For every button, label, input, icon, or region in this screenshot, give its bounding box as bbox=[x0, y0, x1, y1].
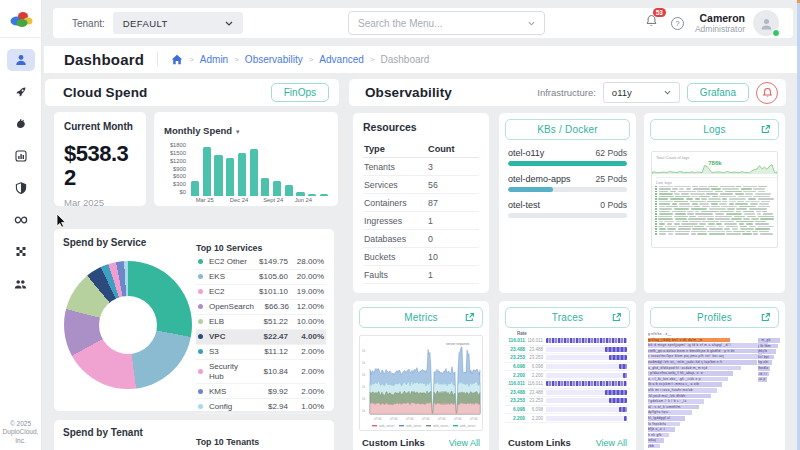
service-row[interactable]: KMS $9.92 2.00% bbox=[196, 384, 326, 399]
resource-row: Services56 bbox=[363, 176, 479, 194]
logs-header[interactable]: Logs bbox=[650, 119, 779, 140]
trace-row[interactable]: 2.2002.200 bbox=[505, 414, 630, 423]
view-all-link[interactable]: View All bbox=[449, 438, 480, 448]
flame-row: o. i:/_bi_lon obo_ .gfi _ickk e p bbox=[648, 377, 728, 382]
profiles-title: Profiles bbox=[697, 312, 732, 323]
service-row[interactable]: S3 $11.12 2.00% bbox=[196, 345, 326, 360]
trace-row[interactable]: 116.011116.011 bbox=[505, 337, 630, 346]
service-name: Config bbox=[209, 402, 252, 412]
sidebar-item-monitoring[interactable] bbox=[7, 145, 35, 167]
trace-row[interactable]: 6.0986.098 bbox=[505, 363, 630, 372]
service-value: $149.75 bbox=[252, 257, 288, 266]
svg-text:1k: 1k bbox=[362, 397, 366, 401]
spend-by-service-donut-chart[interactable] bbox=[64, 261, 192, 389]
trace-rate-secondary: 116.011 bbox=[525, 338, 543, 343]
open-link-icon[interactable] bbox=[760, 124, 771, 135]
trace-row[interactable]: 6.0986.098 bbox=[505, 406, 630, 415]
flame-row: jbkj/b bbox=[758, 349, 776, 354]
trace-row[interactable]: 23.25323.253 bbox=[505, 354, 630, 363]
kb-item[interactable]: otel-demo-apps25 Pods bbox=[508, 174, 627, 192]
trace-rate-secondary: 6.098 bbox=[525, 407, 543, 412]
sidebar-item-integrations[interactable] bbox=[7, 113, 35, 135]
sidebar-item-security[interactable] bbox=[7, 177, 35, 199]
svg-text:07:00: 07:00 bbox=[406, 417, 414, 421]
svg-text:1k: 1k bbox=[362, 349, 366, 353]
home-icon[interactable] bbox=[171, 54, 183, 65]
traces-header[interactable]: Traces bbox=[505, 307, 630, 328]
sidebar-item-observability[interactable] bbox=[7, 241, 35, 263]
service-percent: 10.00% bbox=[288, 317, 324, 326]
trace-row[interactable]: 23.48823.488 bbox=[505, 346, 630, 355]
infinity-icon bbox=[14, 214, 28, 226]
breadcrumb-link-admin[interactable]: Admin bbox=[200, 54, 228, 65]
open-link-icon[interactable] bbox=[760, 312, 771, 323]
open-link-icon[interactable] bbox=[611, 312, 622, 323]
open-link-icon[interactable] bbox=[464, 312, 475, 323]
breadcrumb-link-observability[interactable]: Observability bbox=[245, 54, 303, 65]
service-row[interactable]: EC2 Other $149.75 28.00% bbox=[196, 255, 326, 270]
service-row[interactable]: Config $2.94 1.00% bbox=[196, 399, 326, 414]
trace-row[interactable]: 2.2002.200 bbox=[505, 371, 630, 380]
kb-item[interactable]: otel-test0 Pods bbox=[508, 200, 627, 218]
svg-text:07:00: 07:00 bbox=[454, 417, 462, 421]
service-row[interactable]: EC2 $101.10 19.00% bbox=[196, 285, 326, 300]
alerts-button[interactable] bbox=[756, 82, 778, 104]
breadcrumb-link-advanced[interactable]: Advanced bbox=[319, 54, 363, 65]
traces-preview[interactable]: Rate 116.011116.01123.48823.48823.25323.… bbox=[505, 331, 630, 423]
trace-row[interactable]: 23.48823.488 bbox=[505, 389, 630, 398]
help-button[interactable]: ? bbox=[671, 17, 684, 30]
metrics-header[interactable]: Metrics bbox=[359, 307, 483, 328]
finops-button[interactable]: FinOps bbox=[271, 83, 329, 102]
service-name: KMS bbox=[209, 387, 252, 397]
user-info[interactable]: Cameron Administrator bbox=[695, 12, 745, 34]
kbs-docker-card: KBs / Docker otel-o11y62 Pods otel-demo-… bbox=[498, 112, 637, 294]
service-row[interactable]: Security Hub $10.84 2.00% bbox=[196, 360, 326, 385]
series-color-dot bbox=[198, 369, 203, 374]
view-all-link[interactable]: View All bbox=[596, 438, 627, 448]
current-month-amount: $538.32 bbox=[64, 142, 136, 190]
sidebar-item-devops[interactable] bbox=[7, 81, 35, 103]
trace-row[interactable]: 23.25323.253 bbox=[505, 397, 630, 406]
top-services-list: Top 10 Services EC2 Other $149.75 28.00%… bbox=[196, 243, 326, 414]
sidebar-item-cicd[interactable] bbox=[7, 209, 35, 231]
duplocloud-logo[interactable] bbox=[8, 9, 34, 29]
topbar: Tenant: DEFAULT Search the Menu... 53 ? … bbox=[53, 8, 793, 38]
tenant-select[interactable]: DEFAULT bbox=[113, 12, 243, 34]
service-row[interactable]: VPC $22.47 4.00% bbox=[196, 330, 326, 345]
svg-text:1k: 1k bbox=[362, 385, 366, 389]
service-row[interactable]: ELB $51.22 10.00% bbox=[196, 315, 326, 330]
logs-preview[interactable]: Total Count of logs 786k Live logs bbox=[651, 151, 778, 248]
bar bbox=[238, 153, 246, 196]
chevron-down-icon bbox=[225, 21, 233, 26]
bar bbox=[250, 149, 258, 196]
svg-text:web_server: web_server bbox=[433, 424, 449, 428]
flame-row: lhedlo bbox=[758, 366, 770, 371]
y-tick: $300 bbox=[173, 182, 186, 188]
series-color-dot bbox=[198, 304, 203, 309]
current-month-period: Mar 2025 bbox=[64, 197, 136, 208]
kbs-docker-header[interactable]: KBs / Docker bbox=[505, 119, 630, 140]
notifications-button[interactable]: 53 bbox=[645, 14, 658, 32]
trace-rate: 6.098 bbox=[508, 364, 525, 369]
service-row[interactable]: OpenSearch $66.36 12.00% bbox=[196, 300, 326, 315]
service-row[interactable]: EKS $105.60 20.00% bbox=[196, 270, 326, 285]
tenant-label: Tenant: bbox=[72, 18, 105, 29]
kb-item[interactable]: otel-o11y62 Pods bbox=[508, 148, 627, 166]
grafana-button[interactable]: Grafana bbox=[687, 83, 749, 102]
avatar[interactable] bbox=[753, 10, 779, 36]
y-tick: $1500 bbox=[170, 151, 186, 157]
trace-rate: 23.488 bbox=[508, 347, 525, 352]
search-input[interactable]: Search the Menu... bbox=[348, 11, 545, 35]
x-tick: Jun 24 bbox=[295, 197, 312, 203]
sidebar-item-users[interactable] bbox=[7, 273, 35, 295]
trace-rate-secondary: 23.253 bbox=[525, 355, 543, 360]
service-percent: 4.00% bbox=[288, 332, 324, 341]
metrics-preview[interactable]: server requests1k1k1k1k1k1k07:0007:0007:… bbox=[359, 335, 483, 431]
sidebar-item-dashboard[interactable] bbox=[7, 49, 35, 71]
profiles-flamegraph[interactable]: g:n/h/hn ..e__gckfag j:lddlp bnl/ e:dk d… bbox=[644, 328, 785, 448]
monthly-spend-header[interactable]: Monthly Spend▾ bbox=[164, 120, 328, 138]
service-name: EKS bbox=[209, 272, 252, 282]
infrastructure-select[interactable]: o11y bbox=[603, 82, 680, 103]
profiles-header[interactable]: Profiles bbox=[650, 307, 779, 328]
trace-row[interactable]: 116.011116.011 bbox=[505, 380, 630, 389]
